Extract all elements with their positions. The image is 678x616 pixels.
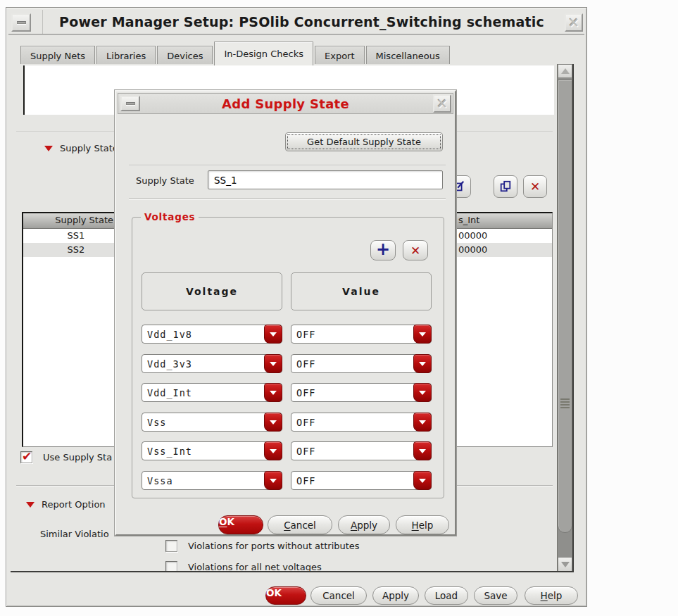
scroll-down-button[interactable] — [558, 557, 572, 572]
supply-state-column-header: Supply State — [23, 215, 113, 225]
close-icon: ✕ — [437, 96, 448, 111]
value-select-value: OFF — [296, 387, 315, 398]
help-button[interactable]: Help — [525, 586, 578, 605]
value-select-value: OFF — [296, 417, 315, 428]
delete-supply-state-button[interactable]: ✕ — [523, 175, 547, 198]
tab-in-design-checks[interactable]: In-Design Checks — [214, 42, 313, 65]
dropdown-arrow-button[interactable] — [264, 354, 282, 373]
scroll-up-button[interactable] — [558, 64, 572, 78]
voltage-select-value: Vdd_Int — [147, 387, 192, 398]
copy-icon — [499, 180, 512, 193]
get-default-supply-state-button[interactable]: Get Default Supply State — [285, 132, 443, 151]
window-title: Power Manager Setup: PSOlib Concurrent_S… — [42, 10, 560, 34]
value-select[interactable]: OFF — [291, 354, 432, 373]
dropdown-arrow-icon — [270, 362, 277, 366]
report-options-section-header: Report Option — [26, 499, 106, 510]
supply-states-label: Supply States — [60, 143, 123, 153]
tab-libraries[interactable]: Libraries — [96, 46, 156, 65]
value-select[interactable]: OFF — [291, 325, 432, 344]
apply-button[interactable]: Apply — [372, 586, 419, 605]
dropdown-arrow-icon — [419, 449, 426, 453]
dropdown-arrow-icon — [270, 420, 277, 425]
voltage-select[interactable]: Vss_Int — [142, 441, 282, 460]
violations-nets-checkbox[interactable] — [165, 561, 177, 572]
dialog-minimize-button[interactable] — [120, 96, 140, 111]
screen: Power Manager Setup: PSOlib Concurrent_S… — [0, 0, 678, 616]
dialog-close-button[interactable]: ✕ — [433, 94, 451, 113]
dropdown-arrow-icon — [419, 391, 426, 395]
violations-nets-label: Violations for all net voltages — [188, 562, 322, 572]
dropdown-arrow-button[interactable] — [264, 325, 282, 344]
dropdown-arrow-button[interactable] — [413, 325, 432, 344]
dropdown-arrow-button[interactable] — [413, 354, 432, 373]
dialog-ok-button[interactable]: OK — [218, 515, 263, 534]
separator — [129, 199, 446, 200]
dropdown-arrow-icon — [419, 479, 426, 483]
ok-button[interactable]: OK — [265, 586, 306, 605]
voltage-select[interactable]: Vdd_3v3 — [142, 354, 282, 373]
tab-export[interactable]: Export — [315, 46, 365, 65]
save-button[interactable]: Save — [474, 586, 517, 605]
load-button[interactable]: Load — [425, 586, 468, 605]
voltage-select[interactable]: Vss — [142, 413, 282, 432]
use-supply-states-checkbox[interactable]: ✔ — [20, 451, 32, 463]
dropdown-arrow-button[interactable] — [264, 383, 282, 402]
voltage-select[interactable]: Vdd_1v8 — [142, 325, 282, 344]
similar-violations-label: Similar Violatio — [40, 529, 109, 539]
vertical-scrollbar[interactable] — [557, 64, 572, 572]
supply-state-cell: SS1 — [23, 230, 129, 241]
dropdown-arrow-icon — [419, 362, 426, 366]
delete-voltage-row-button[interactable]: ✕ — [403, 240, 428, 260]
voltage-select[interactable]: Vssa — [142, 471, 282, 490]
supply-states-section-header: Supply States — [44, 143, 123, 153]
voltages-group: Voltages + ✕ Voltage Value Vdd_1v8 OFF V… — [132, 217, 444, 498]
value-select[interactable]: OFF — [291, 471, 432, 490]
close-button[interactable]: ✕ — [565, 13, 583, 32]
dropdown-arrow-button[interactable] — [413, 383, 432, 402]
tab-bar: Supply Nets Libraries Devices In-Design … — [20, 42, 451, 65]
value-select[interactable]: OFF — [291, 383, 432, 402]
dropdown-arrow-button[interactable] — [413, 471, 432, 490]
value-cell: 00000 — [458, 244, 487, 255]
add-supply-state-dialog: Add Supply State ✕ Get Default Supply St… — [115, 90, 456, 536]
cancel-button[interactable]: Cancel — [310, 586, 367, 605]
dropdown-arrow-icon — [270, 449, 277, 453]
voltage-select[interactable]: Vdd_Int — [142, 383, 282, 402]
copy-supply-state-button[interactable] — [494, 175, 517, 198]
scroll-down-icon — [561, 562, 570, 567]
tab-supply-nets[interactable]: Supply Nets — [20, 46, 95, 65]
scrollbar-thumb[interactable] — [558, 80, 572, 533]
collapse-triangle-icon[interactable] — [26, 502, 34, 508]
value-select[interactable]: OFF — [291, 413, 432, 432]
dropdown-arrow-icon — [419, 332, 426, 337]
dialog-apply-button[interactable]: Apply — [338, 515, 390, 534]
dropdown-arrow-icon — [270, 332, 277, 337]
minimize-icon — [126, 102, 135, 105]
value-select-value: OFF — [296, 358, 315, 370]
collapse-triangle-icon[interactable] — [44, 146, 53, 151]
dropdown-arrow-button[interactable] — [413, 413, 432, 432]
value-select-value: OFF — [296, 329, 315, 340]
violations-ports-checkbox[interactable] — [165, 540, 177, 552]
voltage-select-value: Vdd_1v8 — [147, 329, 192, 340]
dropdown-arrow-icon — [270, 479, 277, 483]
dropdown-arrow-button[interactable] — [413, 441, 432, 460]
use-supply-states-label: Use Supply Sta — [43, 452, 112, 463]
dropdown-arrow-button[interactable] — [264, 413, 282, 432]
voltage-select-value: Vssa — [147, 475, 173, 486]
minimize-button[interactable] — [11, 13, 31, 32]
dropdown-arrow-button[interactable] — [264, 471, 282, 490]
value-select[interactable]: OFF — [291, 441, 432, 460]
supply-state-input[interactable] — [208, 170, 443, 189]
scroll-up-icon — [561, 68, 570, 74]
dialog-cancel-button[interactable]: Cancel — [268, 515, 332, 534]
tab-miscellaneous[interactable]: Miscellaneous — [366, 46, 450, 65]
tab-devices[interactable]: Devices — [157, 46, 213, 65]
minimize-icon — [17, 21, 26, 24]
add-voltage-row-button[interactable]: + — [370, 240, 396, 260]
voltage-select-value: Vss — [147, 417, 166, 428]
dialog-help-button[interactable]: Help — [396, 515, 449, 534]
supply-state-cell: SS2 — [23, 244, 129, 255]
voltages-group-label: Voltages — [141, 211, 199, 222]
dropdown-arrow-button[interactable] — [264, 441, 282, 460]
